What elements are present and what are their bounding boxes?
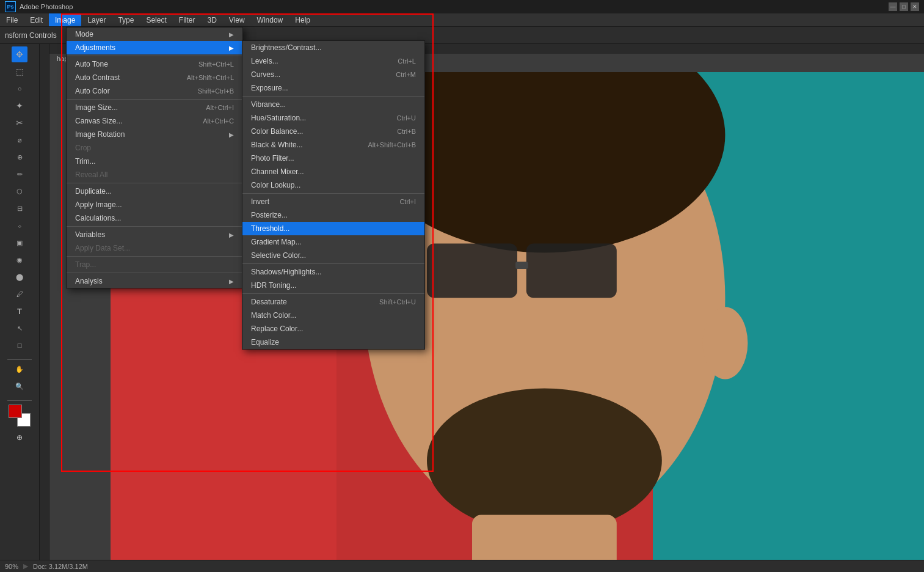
menu-reveal-all[interactable]: Reveal All <box>67 168 242 182</box>
adj-curves[interactable]: Curves... Ctrl+M <box>242 68 424 81</box>
adj-invert-label: Invert <box>251 197 269 206</box>
tool-shape[interactable]: □ <box>12 337 27 353</box>
tool-move[interactable]: ✥ <box>12 46 27 62</box>
menu-auto-tone[interactable]: Auto Tone Shift+Ctrl+L <box>67 57 242 71</box>
maximize-button[interactable]: □ <box>900 2 908 11</box>
menu-filter[interactable]: Filter <box>173 13 202 26</box>
tool-eraser[interactable]: ⬦ <box>12 218 27 233</box>
adj-photo-filter-label: Photo Filter... <box>251 154 294 163</box>
menu-auto-contrast[interactable]: Auto Contrast Alt+Shift+Ctrl+L <box>67 71 242 84</box>
menu-image-size[interactable]: Image Size... Alt+Ctrl+I <box>67 101 242 114</box>
minimize-button[interactable]: — <box>889 2 897 11</box>
menu-apply-image[interactable]: Apply Image... <box>67 198 242 211</box>
tool-hand[interactable]: ✋ <box>12 361 27 377</box>
adj-gradient-map[interactable]: Gradient Map... <box>242 235 424 249</box>
adj-color-lookup[interactable]: Color Lookup... <box>242 178 424 192</box>
adj-desaturate[interactable]: Desaturate Shift+Ctrl+U <box>242 295 424 309</box>
menu-trim[interactable]: Trim... <box>67 155 242 168</box>
adj-black-white[interactable]: Black & White... Alt+Shift+Ctrl+B <box>242 138 424 152</box>
image-menu[interactable]: Mode ▶ Adjustments ▶ Auto Tone Shift+Ctr… <box>66 27 243 288</box>
menu-analysis-arrow: ▶ <box>229 278 234 285</box>
adj-replace-color[interactable]: Replace Color... <box>242 322 424 336</box>
tool-lasso[interactable]: ○ <box>12 81 27 97</box>
menu-image-mode[interactable]: Mode ▶ <box>67 28 242 41</box>
svg-rect-9 <box>515 262 528 269</box>
menu-edit[interactable]: Edit <box>24 13 49 26</box>
tool-crop[interactable]: ✂ <box>12 115 27 131</box>
menu-duplicate[interactable]: Duplicate... <box>67 185 242 198</box>
tool-eyedropper[interactable]: ⌀ <box>12 132 27 148</box>
adj-invert[interactable]: Invert Ctrl+I <box>242 195 424 208</box>
adj-brightness-contrast-label: Brightness/Contrast... <box>251 43 321 52</box>
menu-window[interactable]: Window <box>251 13 289 26</box>
tool-history[interactable]: ⊟ <box>12 200 27 216</box>
adj-color-balance[interactable]: Color Balance... Ctrl+B <box>242 125 424 138</box>
adjustments-submenu[interactable]: Brightness/Contrast... Levels... Ctrl+L … <box>242 40 425 350</box>
tool-pen[interactable]: 🖊 <box>12 286 27 302</box>
menu-analysis[interactable]: Analysis ▶ <box>67 274 242 288</box>
menu-3d[interactable]: 3D <box>201 13 222 26</box>
adj-replace-color-label: Replace Color... <box>251 324 303 333</box>
menu-trim-label: Trim... <box>75 157 96 166</box>
tool-brush[interactable]: ✏ <box>12 166 27 182</box>
svg-rect-11 <box>472 515 617 560</box>
adj-channel-mixer-label: Channel Mixer... <box>251 167 304 176</box>
adj-threshold[interactable]: Threshold... <box>242 222 424 235</box>
adj-black-white-shortcut: Alt+Shift+Ctrl+B <box>368 141 416 148</box>
menu-variables[interactable]: Variables ▶ <box>67 228 242 241</box>
tool-marquee[interactable]: ⬚ <box>12 64 27 79</box>
tool-blur[interactable]: ◉ <box>12 252 27 268</box>
adj-levels-label: Levels... <box>251 57 278 65</box>
foreground-color-swatch[interactable] <box>9 405 22 418</box>
menu-help[interactable]: Help <box>289 13 316 26</box>
menu-image[interactable]: Image <box>49 13 81 26</box>
tool-zoom[interactable]: 🔍 <box>12 378 27 394</box>
adj-levels-shortcut: Ctrl+L <box>398 57 416 65</box>
menu-duplicate-label: Duplicate... <box>75 187 112 196</box>
menu-file[interactable]: File <box>0 13 24 26</box>
menu-auto-contrast-shortcut: Alt+Shift+Ctrl+L <box>187 74 234 81</box>
adj-hdr-toning[interactable]: HDR Toning... <box>242 279 424 292</box>
menu-auto-color-shortcut: Shift+Ctrl+B <box>198 87 234 95</box>
tool-quick-select[interactable]: ✦ <box>12 98 27 114</box>
close-button[interactable]: ✕ <box>911 2 919 11</box>
adj-brightness-contrast[interactable]: Brightness/Contrast... <box>242 41 424 54</box>
menu-trap[interactable]: Trap... <box>67 258 242 271</box>
menu-view[interactable]: View <box>223 13 251 26</box>
menu-layer[interactable]: Layer <box>81 13 112 26</box>
menu-crop[interactable]: Crop <box>67 141 242 155</box>
menu-image-rotation[interactable]: Image Rotation ▶ <box>67 128 242 141</box>
adj-channel-mixer[interactable]: Channel Mixer... <box>242 165 424 178</box>
tool-healing[interactable]: ⊕ <box>12 149 27 165</box>
ruler-vertical <box>40 44 49 560</box>
tool-clone[interactable]: ⬡ <box>12 183 27 199</box>
menu-calculations[interactable]: Calculations... <box>67 211 242 225</box>
tool-gradient[interactable]: ▣ <box>12 235 27 251</box>
menu-type[interactable]: Type <box>112 13 140 26</box>
adj-shadows-highlights-label: Shadows/Highlights... <box>251 268 321 276</box>
adj-curves-label: Curves... <box>251 70 280 79</box>
adj-match-color[interactable]: Match Color... <box>242 309 424 322</box>
menu-image-adjustments[interactable]: Adjustments ▶ <box>67 41 242 54</box>
tool-type[interactable]: T <box>12 303 27 319</box>
adj-levels[interactable]: Levels... Ctrl+L <box>242 54 424 68</box>
adj-shadows-highlights[interactable]: Shadows/Highlights... <box>242 265 424 279</box>
adj-exposure[interactable]: Exposure... <box>242 81 424 95</box>
sep2 <box>67 99 242 100</box>
menu-select[interactable]: Select <box>140 13 172 26</box>
title-bar-controls[interactable]: — □ ✕ <box>889 2 919 11</box>
adj-color-balance-shortcut: Ctrl+B <box>397 128 416 135</box>
tool-path-selection[interactable]: ↖ <box>12 320 27 336</box>
adj-vibrance[interactable]: Vibrance... <box>242 98 424 111</box>
adj-photo-filter[interactable]: Photo Filter... <box>242 152 424 165</box>
adj-selective-color[interactable]: Selective Color... <box>242 249 424 262</box>
menu-canvas-size[interactable]: Canvas Size... Alt+Ctrl+C <box>67 114 242 128</box>
adj-posterize[interactable]: Posterize... <box>242 208 424 222</box>
adj-hue-saturation[interactable]: Hue/Saturation... Ctrl+U <box>242 111 424 125</box>
menu-apply-data-set[interactable]: Apply Data Set... <box>67 241 242 255</box>
adj-equalize[interactable]: Equalize <box>242 336 424 349</box>
tool-extras[interactable]: ⊕ <box>13 431 26 444</box>
menu-auto-color[interactable]: Auto Color Shift+Ctrl+B <box>67 84 242 98</box>
tool-dodge[interactable]: ⬤ <box>12 269 27 285</box>
menu-variables-arrow: ▶ <box>229 232 234 238</box>
